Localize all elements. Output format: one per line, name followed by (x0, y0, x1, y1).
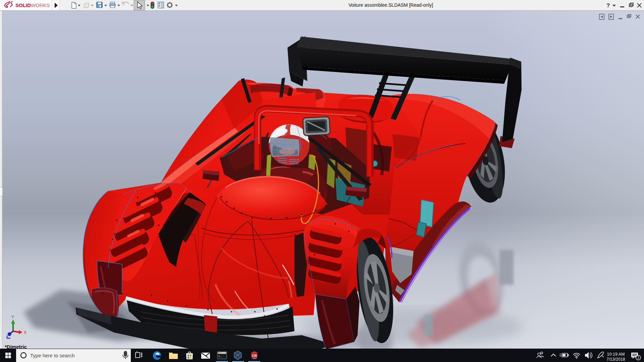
svg-text:7/13/2018: 7/13/2018 (606, 357, 625, 362)
svg-text:Y: Y (11, 315, 14, 319)
svg-text:Type here to search: Type here to search (30, 353, 75, 358)
svg-text:2017: 2017 (253, 357, 257, 359)
svg-text:10:19 AM: 10:19 AM (607, 352, 625, 357)
svg-text:*Dimetric: *Dimetric (5, 344, 27, 349)
svg-text:X: X (24, 330, 26, 335)
svg-text:SOLIDWORKS: SOLIDWORKS (15, 2, 50, 8)
svg-text:>_: >_ (218, 355, 222, 358)
svg-text:C:\_: C:\_ (218, 352, 223, 354)
svg-text:2: 2 (637, 356, 639, 360)
svg-text:?: ? (606, 2, 610, 9)
